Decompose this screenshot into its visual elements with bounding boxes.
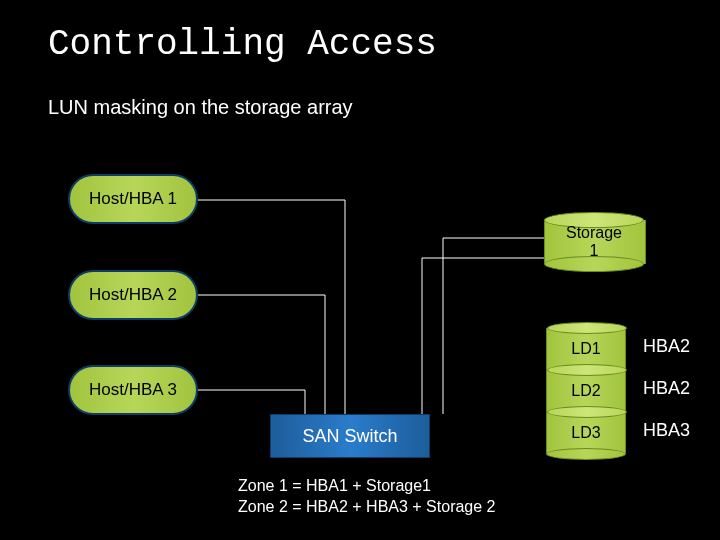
san-switch: SAN Switch bbox=[270, 414, 430, 458]
ld3: LD3 bbox=[546, 412, 626, 454]
host-hba-3: Host/HBA 3 bbox=[68, 365, 198, 415]
storage-label-line1: Storage bbox=[566, 224, 622, 241]
ld3-mapping: HBA3 bbox=[643, 420, 690, 441]
host-hba-2: Host/HBA 2 bbox=[68, 270, 198, 320]
slide-subtitle: LUN masking on the storage array bbox=[48, 96, 353, 119]
zone-definitions: Zone 1 = HBA1 + Storage1 Zone 2 = HBA2 +… bbox=[238, 476, 496, 518]
ld1-mapping: HBA2 bbox=[643, 336, 690, 357]
storage-1: Storage 1 bbox=[544, 212, 644, 272]
slide-title: Controlling Access bbox=[48, 24, 437, 65]
ld-stack: LD1 LD2 LD3 bbox=[546, 328, 626, 454]
zone-1-text: Zone 1 = HBA1 + Storage1 bbox=[238, 477, 431, 494]
ld2-mapping: HBA2 bbox=[643, 378, 690, 399]
host-hba-1: Host/HBA 1 bbox=[68, 174, 198, 224]
zone-2-text: Zone 2 = HBA2 + HBA3 + Storage 2 bbox=[238, 498, 496, 515]
storage-label-line2: 1 bbox=[590, 242, 599, 259]
